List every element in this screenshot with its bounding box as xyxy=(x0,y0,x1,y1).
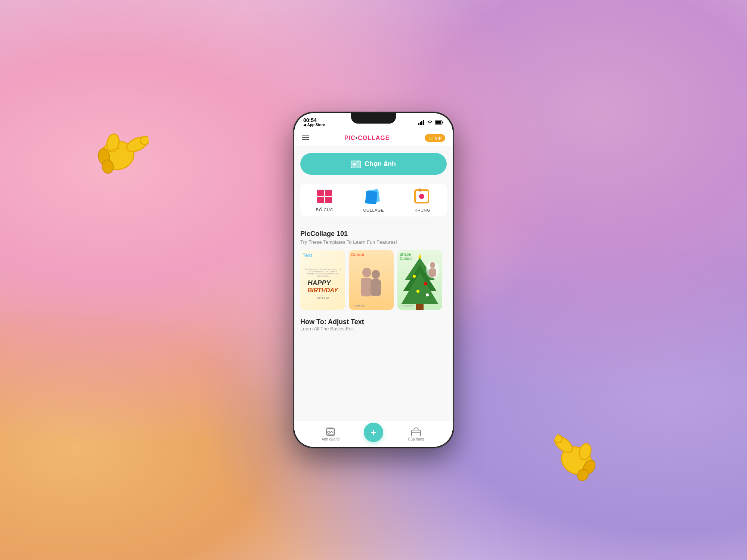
section-101-subtitle: Try These Templates To Learn Fun Feature… xyxy=(300,239,447,245)
shape-try-label: ← top& try! xyxy=(400,304,413,307)
grid-cell-2 xyxy=(325,190,332,196)
store-nav-label: Cửa hàng xyxy=(408,437,424,441)
content-inner: Chọn ảnh xyxy=(294,146,453,339)
vip-label: VIP xyxy=(435,136,441,140)
svg-rect-26 xyxy=(429,268,436,277)
collage-icon-wrap xyxy=(363,188,384,206)
svg-point-21 xyxy=(424,282,427,285)
svg-point-25 xyxy=(430,262,435,268)
cutout-badge: Cutout xyxy=(351,252,364,257)
status-left: 00:54 ◀ App Store xyxy=(303,118,325,127)
frame-circle xyxy=(419,194,424,199)
svg-point-22 xyxy=(416,290,419,293)
khung-icon: 🦌 xyxy=(414,189,431,204)
grid-cell-3 xyxy=(317,197,324,203)
collage-card-front xyxy=(365,190,378,204)
birthday-card-bg: Double-tap on the text and switch to the… xyxy=(300,250,345,310)
wifi-icon xyxy=(427,120,433,125)
svg-rect-2 xyxy=(421,121,422,125)
templates-scroll: Text Aa Double-tap on the text and switc… xyxy=(300,250,447,312)
nav-store[interactable]: Cửa hàng xyxy=(383,427,449,441)
svg-point-11 xyxy=(353,163,356,166)
couple-silhouette xyxy=(353,261,390,310)
fab-add-button[interactable]: + xyxy=(364,423,383,442)
svg-rect-6 xyxy=(443,122,444,123)
app-header: PIC•COLLAGE 👑 VIP xyxy=(294,130,453,146)
feature-collage[interactable]: COLLAGE xyxy=(349,188,398,212)
status-store-link[interactable]: ◀ App Store xyxy=(303,123,325,127)
svg-marker-24 xyxy=(418,254,422,258)
fab-plus-icon: + xyxy=(371,426,376,438)
shape-badge: ShapeCutout xyxy=(400,252,412,261)
grid-cell-1 xyxy=(317,190,324,196)
store-nav-icon xyxy=(411,427,421,436)
photos-nav-icon xyxy=(326,427,336,436)
feature-label-collage: COLLAGE xyxy=(363,208,384,212)
svg-rect-1 xyxy=(420,122,421,125)
status-time: 00:54 xyxy=(303,118,317,123)
svg-rect-13 xyxy=(361,278,372,296)
couple-photo-area xyxy=(349,250,394,310)
svg-rect-0 xyxy=(418,123,419,125)
choose-photo-label: Chọn ảnh xyxy=(365,160,396,168)
svg-rect-10 xyxy=(351,161,361,168)
choose-photo-button[interactable]: Chọn ảnh xyxy=(300,153,447,175)
status-icons xyxy=(418,120,444,125)
feature-khung[interactable]: 🦌 KHUNG xyxy=(398,188,447,212)
signal-icon xyxy=(418,120,425,125)
how-to-section: How To: Adjust Text Learn All The Basics… xyxy=(300,318,447,332)
phone-screen: 00:54 ◀ App Store xyxy=(294,113,453,447)
birthday-text: BIRTHDAY xyxy=(307,287,338,294)
phone-device: 00:54 ◀ App Store xyxy=(293,112,454,448)
collage-icon xyxy=(366,190,381,204)
feature-label-bo-cuc: BỐ CỤC xyxy=(316,208,333,212)
logo-suffix: COLLAGE xyxy=(358,135,390,141)
section-101: PicCollage 101 Try These Templates To Le… xyxy=(300,230,447,312)
features-row: BỐ CỤC COLLAGE xyxy=(300,184,447,216)
feature-bo-cuc[interactable]: BỐ CỤC xyxy=(300,187,349,212)
feature-label-khung: KHUNG xyxy=(415,208,430,212)
svg-rect-8 xyxy=(302,137,309,138)
photo-icon xyxy=(351,160,361,168)
svg-point-14 xyxy=(372,270,380,279)
family-photo-circle xyxy=(426,261,439,278)
happy-text: HAPPY xyxy=(307,279,338,287)
vip-button[interactable]: 👑 VIP xyxy=(425,134,445,142)
svg-point-12 xyxy=(362,268,371,277)
nav-photos[interactable]: Ảnh của tôi xyxy=(298,427,364,441)
frame-outer: 🦌 xyxy=(414,189,429,203)
card-description: Double-tap on the text and switch to the… xyxy=(300,268,345,277)
how-to-title: How To: Adjust Text xyxy=(300,318,447,326)
how-to-subtitle: Learn All The Basics For... xyxy=(300,326,447,332)
photos-nav-label: Ảnh của tôi xyxy=(322,437,341,441)
menu-icon[interactable] xyxy=(302,134,309,142)
svg-rect-19 xyxy=(416,304,424,310)
template-card-cutout[interactable]: Cutout ✕ xyxy=(349,250,394,310)
bo-cuc-icon xyxy=(314,187,335,205)
phone-shell: 00:54 ◀ App Store xyxy=(293,112,454,448)
battery-icon xyxy=(435,120,444,125)
svg-rect-15 xyxy=(371,279,381,296)
antler-left-icon: 🦌 xyxy=(418,188,422,192)
bottom-nav: Ảnh của tôi + Cửa hàng xyxy=(294,421,453,447)
template-card-shape[interactable]: ShapeCutout ✕ xyxy=(397,250,442,310)
section-divider xyxy=(315,224,432,224)
logo-prefix: PIC xyxy=(344,135,356,141)
grid-icon xyxy=(317,190,332,203)
khung-icon-wrap: 🦌 xyxy=(412,188,433,206)
text-badge: Text xyxy=(303,252,312,258)
svg-point-23 xyxy=(426,293,429,296)
svg-rect-30 xyxy=(412,430,421,436)
status-bar: 00:54 ◀ App Store xyxy=(294,113,453,130)
happy-birthday-display: HAPPY BIRTHDAY xyxy=(307,279,338,294)
svg-point-29 xyxy=(328,431,330,433)
svg-rect-5 xyxy=(436,121,441,124)
hamburger-icon xyxy=(302,135,309,140)
notch xyxy=(351,113,396,124)
svg-rect-9 xyxy=(302,139,309,140)
template-card-text[interactable]: Text Aa Double-tap on the text and switc… xyxy=(300,250,345,310)
app-logo: PIC•COLLAGE xyxy=(344,135,390,141)
family-silhouette xyxy=(426,261,439,278)
svg-rect-3 xyxy=(423,120,424,125)
section-101-title: PicCollage 101 xyxy=(300,230,447,238)
